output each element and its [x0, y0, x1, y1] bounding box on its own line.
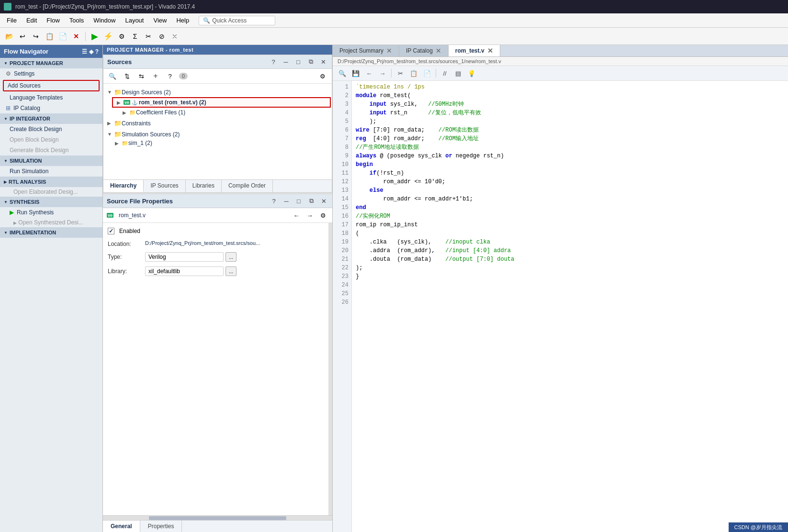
nav-section-header-impl[interactable]: ▼ IMPLEMENTATION: [0, 227, 102, 238]
nav-language-templates[interactable]: Language Templates: [0, 92, 102, 103]
undo-btn[interactable]: ↩: [16, 30, 29, 43]
editor-bulb-btn[interactable]: 💡: [466, 67, 477, 79]
settings-btn[interactable]: ⚙: [115, 30, 128, 43]
nav-section-header-syn[interactable]: ▼ SYNTHESIS: [0, 197, 102, 207]
sfp-hscrollbar[interactable]: [103, 515, 332, 520]
menu-view[interactable]: View: [148, 15, 171, 26]
tree-toggle-coeff[interactable]: ▶: [123, 110, 129, 115]
menu-file[interactable]: File: [2, 15, 22, 26]
menu-tools[interactable]: Tools: [65, 15, 89, 26]
sources-max-btn[interactable]: □: [293, 57, 303, 66]
tree-toggle-con[interactable]: ▶: [107, 121, 114, 126]
tree-row-coeff[interactable]: ▶ 📁 Coefficient Files (1): [119, 108, 332, 117]
nav-section-header-sim[interactable]: ▼ SIMULATION: [0, 155, 102, 166]
tab-rom-test[interactable]: rom_test.v ✕: [449, 45, 500, 56]
sfp-max-btn[interactable]: □: [294, 196, 304, 206]
sfp-enabled-checkbox[interactable]: ✓: [108, 228, 114, 234]
sfp-close-btn[interactable]: ✕: [319, 196, 328, 206]
nav-float-icon[interactable]: ◈: [89, 48, 93, 55]
sources-min-btn[interactable]: ─: [281, 57, 291, 66]
editor-copy-btn[interactable]: 📋: [408, 67, 419, 79]
tab-ip-catalog[interactable]: IP Catalog ✕: [399, 45, 449, 56]
tree-toggle-sim1[interactable]: ▶: [115, 141, 122, 146]
tab-hierarchy[interactable]: Hierarchy: [103, 180, 144, 192]
nav-help-icon[interactable]: ?: [95, 48, 99, 55]
tab-libraries[interactable]: Libraries: [186, 180, 222, 192]
sources-collapse-btn[interactable]: ⇆: [136, 71, 146, 81]
cut-btn[interactable]: ✂: [142, 30, 155, 43]
editor-forward-btn[interactable]: →: [377, 67, 388, 79]
tab-compile-order[interactable]: Compile Order: [222, 180, 273, 192]
editor-block-btn[interactable]: ▤: [452, 67, 464, 79]
sources-float-btn[interactable]: ⧉: [306, 57, 315, 66]
editor-comment-btn[interactable]: //: [439, 67, 450, 79]
run-btn[interactable]: ▶: [89, 30, 101, 43]
code-area[interactable]: `timescale 1ns / 1ps module rom_test( in…: [352, 81, 788, 532]
tab-ip-sources[interactable]: IP Sources: [144, 180, 185, 192]
sfp-type-btn[interactable]: ...: [225, 252, 236, 262]
sfp-type-input[interactable]: [145, 252, 224, 262]
sfp-back-btn[interactable]: ←: [291, 210, 302, 221]
menu-window[interactable]: Window: [89, 15, 120, 26]
tree-row-romtest[interactable]: ▶ ve ⚓ rom_test (rom_test.v) (2): [112, 97, 331, 108]
redo-btn[interactable]: ↪: [30, 30, 42, 43]
tab-project-summary-close[interactable]: ✕: [386, 47, 392, 54]
editor-back-btn[interactable]: ←: [363, 67, 375, 79]
tab-rom-test-close[interactable]: ✕: [487, 47, 493, 54]
menu-edit[interactable]: Edit: [22, 15, 42, 26]
sfp-min-btn[interactable]: ─: [281, 196, 291, 206]
sources-help-btn[interactable]: ?: [269, 57, 278, 66]
nav-section-header-pm[interactable]: ▼ PROJECT MANAGER: [0, 58, 102, 68]
nav-create-block-design[interactable]: Create Block Design: [0, 124, 102, 134]
sources-close-btn[interactable]: ✕: [318, 57, 328, 66]
bitstream-btn[interactable]: ⚡: [102, 30, 114, 43]
nav-run-synthesis[interactable]: ▶ Run Synthesis: [0, 207, 102, 218]
sfp-forward-btn[interactable]: →: [304, 210, 315, 221]
sfp-scrollbar[interactable]: [328, 223, 332, 515]
nav-add-sources[interactable]: Add Sources: [3, 80, 100, 91]
tree-row-design-sources[interactable]: ▼ 📁 Design Sources (2): [103, 88, 332, 97]
tree-toggle-rom[interactable]: ▶: [117, 100, 124, 105]
quick-access[interactable]: 🔍 Quick Access: [199, 16, 275, 25]
sfp-help-btn[interactable]: ?: [269, 196, 279, 206]
tab-ip-catalog-close[interactable]: ✕: [436, 47, 441, 54]
sources-search-btn[interactable]: 🔍: [107, 71, 118, 81]
tree-toggle-sim[interactable]: ▼: [107, 132, 114, 137]
sfp-library-input[interactable]: [145, 266, 224, 276]
menu-layout[interactable]: Layout: [120, 15, 148, 26]
tab-project-summary[interactable]: Project Summary ✕: [333, 45, 399, 56]
nav-section-header-ipi[interactable]: ▼ IP INTEGRATOR: [0, 113, 102, 124]
sum-btn[interactable]: Σ: [129, 30, 141, 43]
sfp-tab-properties[interactable]: Properties: [140, 521, 182, 532]
tree-row-sim1[interactable]: ▶ 📁 sim_1 (2): [111, 139, 332, 147]
nav-ip-catalog-pm[interactable]: ⊞ IP Catalog: [0, 103, 102, 113]
nav-run-simulation[interactable]: Run Simulation: [0, 166, 102, 177]
tree-toggle-ds[interactable]: ▼: [107, 89, 114, 95]
editor-paste-btn[interactable]: 📄: [421, 67, 433, 79]
editor-search-btn[interactable]: 🔍: [337, 67, 348, 79]
sfp-hscroll-thumb[interactable]: [149, 516, 286, 520]
open-btn[interactable]: 📂: [3, 30, 15, 43]
nav-pin-icon[interactable]: ☰: [82, 48, 87, 55]
menu-help[interactable]: Help: [171, 15, 194, 26]
menu-flow[interactable]: Flow: [42, 15, 64, 26]
cross-btn[interactable]: ⛌: [169, 30, 181, 43]
copy-btn[interactable]: 📋: [43, 30, 56, 43]
sfp-gear-btn[interactable]: ⚙: [318, 210, 328, 221]
tree-row-constraints[interactable]: ▶ 📁 Constraints: [103, 119, 332, 128]
nav-section-header-rtl[interactable]: ▶ RTL ANALYSIS: [0, 177, 102, 187]
sources-add-btn[interactable]: +: [150, 71, 161, 81]
paste-btn[interactable]: 📄: [56, 30, 69, 43]
sfp-library-btn[interactable]: ...: [225, 266, 236, 276]
editor-save-btn[interactable]: 💾: [350, 67, 361, 79]
sources-flatten-btn[interactable]: ⇅: [122, 71, 132, 81]
nav-settings[interactable]: ⚙ Settings: [0, 68, 102, 79]
sfp-float-btn[interactable]: ⧉: [306, 196, 316, 206]
waive-btn[interactable]: ⊘: [156, 30, 168, 43]
delete-btn[interactable]: ✕: [70, 30, 82, 43]
sfp-tab-general[interactable]: General: [103, 521, 140, 532]
sources-gear-btn[interactable]: ⚙: [317, 71, 328, 81]
tree-row-sim-sources[interactable]: ▼ 📁 Simulation Sources (2): [103, 130, 332, 139]
sources-info-btn[interactable]: ?: [165, 71, 175, 81]
editor-cut-btn[interactable]: ✂: [394, 67, 406, 79]
